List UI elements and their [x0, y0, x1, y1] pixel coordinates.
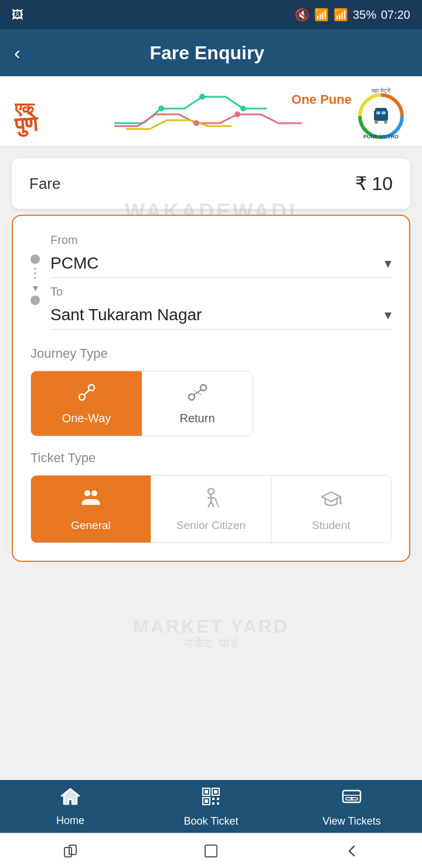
route-arrow: ▾ [33, 283, 38, 293]
status-bar-right: 🔇 📶 📶 35% 07:20 [295, 8, 410, 22]
status-bar-left: 🖼 [12, 8, 23, 22]
svg-point-20 [200, 385, 206, 391]
android-back-btn[interactable] [334, 839, 369, 863]
to-select[interactable]: Sant Tukaram Nagar ▾ [50, 301, 392, 330]
status-bar: 🖼 🔇 📶 📶 35% 07:20 [0, 0, 422, 29]
header: ‹ Fare Enquiry [0, 29, 422, 76]
view-tickets-icon: ★ [341, 786, 362, 812]
android-nav-bar [0, 833, 422, 868]
general-label: General [71, 519, 111, 532]
ticket-btn-general[interactable]: General [31, 476, 151, 542]
svg-rect-12 [376, 111, 380, 114]
svg-rect-43 [217, 798, 219, 800]
pune-metro-logo-container: महा मेट्रो PUNE METRO [352, 82, 410, 141]
book-ticket-nav-label: Book Ticket [183, 815, 238, 828]
svg-text:★: ★ [349, 795, 354, 801]
banner: एक पुणे One Pune [0, 76, 422, 147]
android-recent-btn[interactable] [53, 839, 88, 863]
svg-rect-52 [205, 845, 217, 857]
from-chevron-icon: ▾ [384, 255, 392, 272]
svg-point-17 [89, 385, 94, 391]
svg-point-10 [375, 120, 378, 124]
from-label: From [50, 233, 392, 247]
android-home-btn[interactable] [193, 839, 229, 863]
svg-rect-51 [69, 845, 76, 855]
page-title: Fare Enquiry [32, 42, 382, 64]
svg-text:PUNE METRO: PUNE METRO [363, 134, 399, 140]
journey-btn-oneway[interactable]: One-Way [31, 371, 142, 436]
fare-result-card: Fare ₹ 10 [12, 158, 410, 209]
metro-map [108, 91, 308, 132]
nav-item-view[interactable]: ★ View Tickets [281, 786, 422, 828]
svg-line-18 [84, 390, 89, 395]
svg-point-24 [91, 490, 97, 496]
svg-rect-50 [64, 847, 72, 857]
pune-logo-container: एक पुणे [12, 85, 64, 138]
view-tickets-nav-label: View Tickets [322, 815, 381, 828]
to-value: Sant Tukaram Nagar [50, 306, 202, 324]
to-chevron-icon: ▾ [384, 307, 392, 323]
to-dot [30, 296, 40, 305]
journey-type-title: Journey Type [30, 346, 392, 361]
svg-point-4 [240, 106, 246, 111]
battery-level: 35% [353, 8, 376, 22]
from-select[interactable]: PCMC ▾ [50, 249, 392, 278]
home-nav-label: Home [56, 815, 84, 827]
svg-rect-45 [217, 802, 219, 805]
app-icon: 🖼 [12, 8, 23, 22]
pune-metro-logo: महा मेट्रो PUNE METRO [352, 82, 410, 141]
svg-point-16 [79, 394, 85, 400]
ticket-type-title: Ticket Type [30, 450, 392, 466]
home-icon [60, 786, 80, 811]
book-ticket-icon [200, 786, 222, 812]
svg-point-33 [339, 502, 342, 504]
svg-point-23 [84, 490, 90, 496]
svg-point-2 [158, 106, 164, 111]
svg-line-29 [211, 501, 214, 507]
return-icon [187, 382, 208, 407]
oneway-icon [76, 382, 97, 407]
nav-item-book[interactable]: Book Ticket [141, 786, 281, 828]
general-icon [79, 486, 103, 514]
fare-amount: ₹ 10 [355, 172, 393, 195]
svg-point-6 [234, 111, 240, 117]
pune-logo: एक पुणे [12, 85, 64, 138]
route-dots: ▾ [30, 233, 40, 337]
return-label: Return [179, 412, 215, 425]
svg-rect-44 [212, 802, 215, 805]
svg-rect-37 [205, 790, 208, 794]
bg-watermark-line2: मार्केट यार्ड [183, 636, 238, 652]
form-card: ▾ From PCMC ▾ To Sant Tukaram Nagar ▾ Jo… [12, 215, 410, 562]
svg-rect-42 [212, 798, 215, 800]
from-value: PCMC [50, 254, 98, 273]
from-dot [30, 255, 40, 264]
banner-center: One Pune [64, 91, 352, 132]
clock: 07:20 [381, 8, 410, 22]
svg-point-25 [208, 489, 214, 494]
route-section: ▾ From PCMC ▾ To Sant Tukaram Nagar ▾ [30, 233, 392, 337]
svg-line-30 [215, 498, 219, 507]
route-fields: From PCMC ▾ To Sant Tukaram Nagar ▾ [50, 233, 392, 337]
senior-citizen-label: Senior Citizen [176, 519, 246, 532]
one-pune-text: One Pune [291, 92, 352, 107]
connecting-dots [34, 267, 36, 279]
senior-citizen-icon [199, 486, 223, 514]
journey-type-row: One-Way Return [30, 371, 253, 436]
student-icon [319, 486, 343, 514]
oneway-label: One-Way [62, 412, 111, 425]
journey-btn-return[interactable]: Return [142, 371, 253, 436]
svg-marker-35 [62, 789, 79, 804]
ticket-btn-senior[interactable]: Senior Citizen [151, 476, 271, 542]
nav-item-home[interactable]: Home [0, 786, 141, 827]
svg-text:महा मेट्रो: महा मेट्रो [371, 87, 391, 94]
svg-text:पुणे: पुणे [13, 110, 40, 137]
svg-point-5 [193, 120, 199, 126]
bottom-nav: Home Book Ticket [0, 780, 422, 833]
student-label: Student [312, 519, 350, 532]
background-area: MARKET YARD मार्केट यार्ड [0, 568, 422, 685]
ticket-btn-student[interactable]: Student [271, 476, 391, 542]
mute-icon: 🔇 [295, 8, 309, 22]
bg-watermark-line1: MARKET YARD [133, 616, 289, 638]
back-button[interactable]: ‹ [14, 42, 21, 64]
svg-rect-39 [214, 790, 217, 794]
